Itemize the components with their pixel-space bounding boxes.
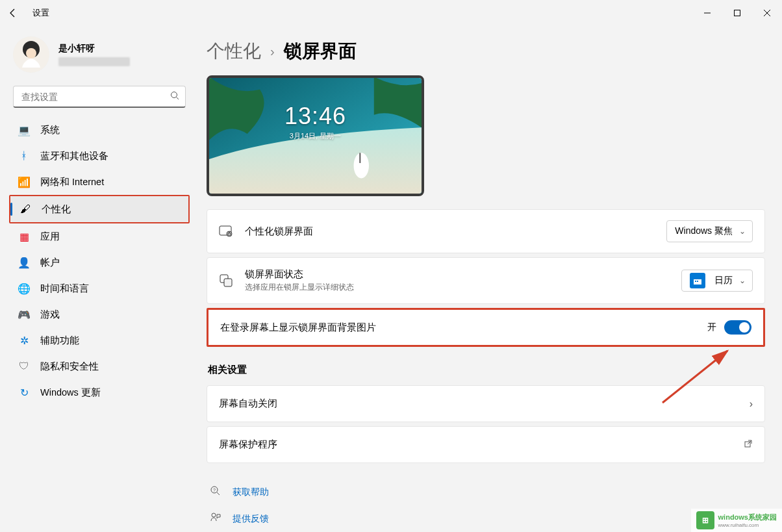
nav-label: 辅助功能 <box>40 335 79 347</box>
give-feedback-label: 提供反馈 <box>233 513 269 525</box>
lockscreen-status-sub: 选择应用在锁屏上显示详细状态 <box>245 282 681 293</box>
svg-point-4 <box>26 48 36 58</box>
svg-rect-1 <box>735 10 740 16</box>
nav-accounts-icon: 👤 <box>18 257 30 268</box>
search-icon <box>170 91 179 103</box>
breadcrumb: 个性化 › 锁屏界面 <box>207 39 765 64</box>
help-icon: ? <box>209 485 222 499</box>
search-input[interactable] <box>13 86 186 108</box>
nav-privacy-icon: 🛡 <box>18 361 30 372</box>
nav-apps-icon: ▦ <box>18 231 30 242</box>
dropdown-value: 日历 <box>714 275 733 286</box>
screen-timeout-link[interactable]: 屏幕自动关闭 › <box>207 385 765 422</box>
nav-network[interactable]: 📶网络和 Internet <box>9 169 190 195</box>
window-controls <box>692 3 782 23</box>
signin-background-toggle[interactable] <box>724 320 751 335</box>
calendar-app-icon <box>690 273 705 288</box>
maximize-button[interactable] <box>722 3 752 23</box>
preview-date: 3月14日, 星期一 <box>209 131 422 141</box>
nav-label: 系统 <box>40 124 60 136</box>
svg-rect-16 <box>694 277 701 279</box>
signin-background-card: 在登录屏幕上显示锁屏界面背景图片 开 <box>207 308 765 347</box>
svg-rect-14 <box>224 279 232 286</box>
svg-line-22 <box>217 492 220 495</box>
back-arrow-icon <box>8 8 18 18</box>
window-title: 设置 <box>32 7 49 19</box>
nav-bluetooth[interactable]: ᚼ蓝牙和其他设备 <box>9 143 190 169</box>
give-feedback-link[interactable]: 提供反馈 <box>207 505 765 532</box>
svg-point-8 <box>354 153 369 178</box>
svg-rect-9 <box>359 153 360 163</box>
feedback-icon <box>209 512 222 526</box>
picture-lock-icon <box>219 224 233 238</box>
screensaver-label: 屏幕保护程序 <box>219 438 744 451</box>
nav-label: 蓝牙和其他设备 <box>40 150 108 162</box>
svg-rect-17 <box>695 281 696 282</box>
dropdown-value: Windows 聚焦 <box>675 225 733 237</box>
nav-accounts[interactable]: 👤帐户 <box>9 249 190 275</box>
watermark: ⊞ windows系统家园 www.ruihaifu.com <box>691 509 782 532</box>
user-email-blurred <box>58 57 130 66</box>
titlebar: 设置 <box>0 0 782 26</box>
nav-label: 个性化 <box>42 203 71 216</box>
breadcrumb-parent[interactable]: 个性化 <box>207 39 261 64</box>
open-external-icon <box>744 439 753 451</box>
nav-label: 网络和 Internet <box>40 176 104 188</box>
nav-gaming-icon: 🎮 <box>18 309 30 320</box>
nav-personalization[interactable]: 🖌个性化 <box>10 196 188 222</box>
main-content: 个性化 › 锁屏界面 13:46 3月14日, 星期一 <box>195 26 782 532</box>
watermark-url: www.ruihaifu.com <box>718 522 777 528</box>
screensaver-link[interactable]: 屏幕保护程序 <box>207 426 765 463</box>
nav-label: 帐户 <box>40 257 60 269</box>
get-help-label: 获取帮助 <box>233 487 269 498</box>
nav-network-icon: 📶 <box>18 176 30 188</box>
svg-point-23 <box>212 513 216 517</box>
close-button[interactable] <box>752 3 782 23</box>
nav-update[interactable]: ↻Windows 更新 <box>9 379 190 405</box>
breadcrumb-current: 锁屏界面 <box>284 39 357 64</box>
user-name: 是小轩呀 <box>58 43 130 55</box>
chevron-down-icon: ⌄ <box>739 227 746 236</box>
sidebar: 是小轩呀 💻系统ᚼ蓝牙和其他设备📶网络和 Internet🖌个性化▦应用👤帐户🌐… <box>0 26 195 532</box>
nav-label: 游戏 <box>40 309 60 321</box>
toggle-state-label: 开 <box>707 322 716 333</box>
user-profile[interactable]: 是小轩呀 <box>9 32 190 82</box>
get-help-link[interactable]: ? 获取帮助 <box>207 479 765 505</box>
lockscreen-status-app-dropdown[interactable]: 日历 ⌄ <box>681 270 753 292</box>
nav-label: 时间和语言 <box>40 283 89 295</box>
nav-update-icon: ↻ <box>18 386 30 398</box>
avatar <box>13 36 49 73</box>
nav-system[interactable]: 💻系统 <box>9 117 190 143</box>
nav-list: 💻系统ᚼ蓝牙和其他设备📶网络和 Internet🖌个性化▦应用👤帐户🌐时间和语言… <box>9 117 190 405</box>
nav-privacy[interactable]: 🛡隐私和安全性 <box>9 353 190 379</box>
related-settings-heading: 相关设置 <box>208 364 765 376</box>
nav-label: 应用 <box>40 231 60 243</box>
nav-time-language-icon: 🌐 <box>18 283 30 294</box>
nav-apps[interactable]: ▦应用 <box>9 223 190 249</box>
personalize-lockscreen-label: 个性化锁屏界面 <box>245 225 666 238</box>
lockscreen-status-label: 锁屏界面状态 <box>245 268 681 281</box>
nav-accessibility-icon: ✲ <box>18 335 30 346</box>
chevron-down-icon: ⌄ <box>739 276 746 285</box>
lockscreen-background-dropdown[interactable]: Windows 聚焦 ⌄ <box>666 220 753 242</box>
status-icon <box>219 273 233 288</box>
search-wrap <box>13 86 186 108</box>
chevron-right-icon: › <box>750 398 753 410</box>
nav-gaming[interactable]: 🎮游戏 <box>9 301 190 327</box>
nav-accessibility[interactable]: ✲辅助功能 <box>9 327 190 353</box>
lockscreen-status-card: 锁屏界面状态 选择应用在锁屏上显示详细状态 日历 ⌄ <box>207 257 765 304</box>
lockscreen-preview[interactable]: 13:46 3月14日, 星期一 <box>207 75 424 196</box>
nav-bluetooth-icon: ᚼ <box>18 150 30 162</box>
watermark-logo-icon: ⊞ <box>696 511 714 529</box>
svg-text:?: ? <box>213 488 216 492</box>
minimize-button[interactable] <box>692 3 722 23</box>
preview-time: 13:46 <box>209 103 422 130</box>
personalize-lockscreen-card: 个性化锁屏界面 Windows 聚焦 ⌄ <box>207 209 765 253</box>
back-button[interactable] <box>0 0 26 26</box>
svg-point-5 <box>171 92 177 98</box>
nav-time-language[interactable]: 🌐时间和语言 <box>9 275 190 301</box>
nav-label: Windows 更新 <box>40 386 101 399</box>
signin-background-label: 在登录屏幕上显示锁屏界面背景图片 <box>220 322 707 334</box>
chevron-right-icon: › <box>270 44 275 59</box>
svg-line-6 <box>177 97 179 100</box>
